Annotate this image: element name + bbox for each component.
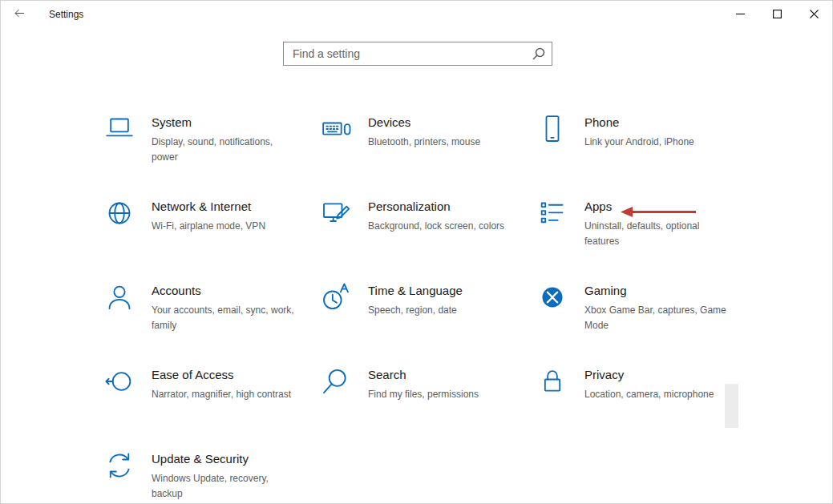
category-description: Windows Update, recovery, backup <box>152 471 294 501</box>
window-controls <box>722 1 832 28</box>
category-title: Network & Internet <box>152 200 265 213</box>
privacy-icon <box>536 365 570 399</box>
category-search[interactable]: Search Find my files, permissions <box>320 365 536 450</box>
category-description: Speech, region, date <box>368 303 463 318</box>
category-apps[interactable]: Apps Uninstall, defaults, optional featu… <box>536 197 753 281</box>
category-grid: System Display, sound, notifications, po… <box>103 113 753 504</box>
category-title: Update & Security <box>152 452 294 466</box>
category-devices[interactable]: Devices Bluetooth, printers, mouse <box>320 113 536 197</box>
category-update-security[interactable]: Update & Security Windows Update, recove… <box>103 450 320 504</box>
category-title: Phone <box>584 115 694 129</box>
search-input[interactable] <box>283 42 552 66</box>
category-gaming[interactable]: Gaming Xbox Game Bar, captures, Game Mod… <box>536 281 753 365</box>
category-personalization[interactable]: Personalization Background, lock screen,… <box>320 197 536 281</box>
search-box <box>283 42 552 66</box>
scrollbar-thumb[interactable] <box>725 384 738 428</box>
back-button[interactable] <box>1 1 38 28</box>
category-title: Personalization <box>368 200 504 213</box>
minimize-button[interactable] <box>722 1 758 28</box>
search-category-icon <box>320 365 354 399</box>
category-description: Find my files, permissions <box>368 387 479 402</box>
close-icon <box>810 7 819 22</box>
category-description: Narrator, magnifier, high contrast <box>152 387 291 402</box>
settings-window: { "window": { "title": "Settings" }, "se… <box>0 0 833 504</box>
category-description: Uninstall, defaults, optional features <box>584 219 727 248</box>
category-description: Your accounts, email, sync, work, family <box>152 303 294 333</box>
titlebar: Settings <box>1 1 832 28</box>
time-language-icon <box>320 281 354 315</box>
category-description: Location, camera, microphone <box>584 387 714 402</box>
personalization-icon <box>320 197 354 231</box>
category-title: Time & Language <box>368 284 463 297</box>
ease-of-access-icon <box>103 365 137 399</box>
devices-icon <box>320 113 354 147</box>
maximize-icon <box>773 7 782 22</box>
category-system[interactable]: System Display, sound, notifications, po… <box>103 113 320 197</box>
category-title: System <box>152 115 294 129</box>
category-title: Devices <box>368 115 480 129</box>
maximize-button[interactable] <box>758 1 795 28</box>
minimize-icon <box>736 7 745 22</box>
category-description: Wi-Fi, airplane mode, VPN <box>152 219 265 234</box>
category-accounts[interactable]: Accounts Your accounts, email, sync, wor… <box>103 281 320 365</box>
category-description: Background, lock screen, colors <box>368 219 504 234</box>
system-icon <box>103 113 137 147</box>
category-title: Apps <box>584 200 727 213</box>
category-title: Gaming <box>584 284 727 297</box>
network-icon <box>103 197 137 231</box>
category-phone[interactable]: Phone Link your Android, iPhone <box>536 113 753 197</box>
category-title: Accounts <box>152 284 294 297</box>
category-title: Ease of Access <box>152 368 291 381</box>
category-ease-of-access[interactable]: Ease of Access Narrator, magnifier, high… <box>103 365 320 450</box>
phone-icon <box>536 113 570 147</box>
back-arrow-icon <box>13 6 26 23</box>
category-network-internet[interactable]: Network & Internet Wi-Fi, airplane mode,… <box>103 197 320 281</box>
category-description: Bluetooth, printers, mouse <box>368 135 480 150</box>
accounts-icon <box>103 281 137 315</box>
category-description: Link your Android, iPhone <box>584 135 694 150</box>
update-security-icon <box>103 450 137 483</box>
window-title: Settings <box>49 9 83 20</box>
category-description: Xbox Game Bar, captures, Game Mode <box>584 303 727 333</box>
close-button[interactable] <box>795 1 832 28</box>
gaming-icon <box>536 281 570 315</box>
apps-icon <box>536 197 570 231</box>
category-description: Display, sound, notifications, power <box>152 135 294 164</box>
search-magnifier-icon <box>532 47 545 60</box>
category-title: Search <box>368 368 479 381</box>
category-time-language[interactable]: Time & Language Speech, region, date <box>320 281 536 365</box>
category-title: Privacy <box>584 368 714 381</box>
category-privacy[interactable]: Privacy Location, camera, microphone <box>536 365 753 450</box>
